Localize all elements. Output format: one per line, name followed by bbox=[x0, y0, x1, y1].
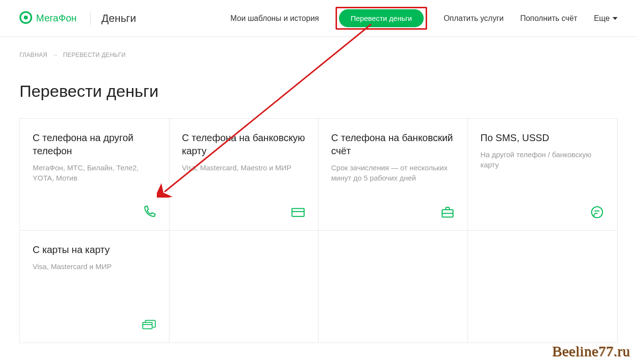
card-title: С карты на карту bbox=[33, 243, 156, 256]
nav-transfer-button[interactable]: Перевести деньги bbox=[339, 9, 424, 27]
card-phone-to-phone[interactable]: С телефона на другой телефон МегаФон, МТ… bbox=[20, 119, 169, 231]
breadcrumb-home[interactable]: ГЛАВНАЯ bbox=[19, 52, 47, 58]
nav-more-label: Еще bbox=[594, 14, 610, 23]
nav-pay[interactable]: Оплатить услуги bbox=[444, 14, 504, 23]
card-subtitle: Срок зачисления — от нескольких минут до… bbox=[331, 163, 455, 183]
card-subtitle: Visa, Mastercard, Maestro и МИР bbox=[182, 163, 306, 173]
svg-rect-9 bbox=[143, 323, 152, 329]
watermark: Beeline77.ru bbox=[552, 343, 630, 360]
card-empty bbox=[318, 231, 468, 343]
card-title: С телефона на банковскую карту bbox=[182, 131, 306, 158]
svg-point-1 bbox=[24, 15, 28, 19]
card-icon bbox=[291, 205, 305, 219]
card-subtitle: На другой телефон / банковскую карту bbox=[481, 149, 605, 170]
cards-stack-icon bbox=[142, 317, 156, 332]
breadcrumb-current: ПЕРЕВЕСТИ ДЕНЬГИ bbox=[63, 52, 126, 58]
chat-icon bbox=[590, 205, 604, 219]
card-title: С телефона на другой телефон bbox=[33, 131, 156, 158]
phone-icon bbox=[142, 205, 156, 219]
chevron-down-icon bbox=[613, 17, 618, 20]
card-empty bbox=[169, 231, 319, 343]
header: МегаФон Деньги Мои шаблоны и история Пер… bbox=[0, 0, 637, 37]
nav-topup[interactable]: Пополнить счёт bbox=[520, 14, 577, 23]
page-content: ГЛАВНАЯ → ПЕРЕВЕСТИ ДЕНЬГИ Перевести ден… bbox=[0, 37, 637, 363]
brand-logo[interactable]: МегаФон bbox=[19, 11, 76, 26]
card-phone-to-account[interactable]: С телефона на банковский счёт Срок зачис… bbox=[318, 119, 468, 231]
annotation-highlight-box: Перевести деньги bbox=[336, 7, 427, 30]
card-phone-to-card[interactable]: С телефона на банковскую карту Visa, Mas… bbox=[169, 119, 319, 231]
briefcase-icon bbox=[440, 205, 455, 219]
card-empty bbox=[468, 231, 618, 343]
header-divider bbox=[90, 12, 91, 25]
svg-rect-2 bbox=[292, 209, 304, 217]
nav-templates[interactable]: Мои шаблоны и история bbox=[230, 14, 319, 23]
card-sms-ussd[interactable]: По SMS, USSD На другой телефон / банковс… bbox=[468, 119, 618, 231]
card-title: С телефона на банковский счёт bbox=[331, 131, 455, 158]
card-subtitle: МегаФон, МТС, Билайн, Теле2, YOTA, Мотив bbox=[33, 163, 156, 183]
card-subtitle: Visa, Mastercard и МИР bbox=[33, 261, 156, 272]
card-title: По SMS, USSD bbox=[481, 131, 605, 145]
card-card-to-card[interactable]: С карты на карту Visa, Mastercard и МИР bbox=[20, 231, 169, 343]
main-nav: Мои шаблоны и история Перевести деньги О… bbox=[230, 7, 618, 30]
megafon-logo-icon bbox=[19, 11, 32, 26]
page-title: Перевести деньги bbox=[19, 82, 618, 101]
transfer-options-grid: С телефона на другой телефон МегаФон, МТ… bbox=[19, 118, 618, 343]
breadcrumb: ГЛАВНАЯ → ПЕРЕВЕСТИ ДЕНЬГИ bbox=[19, 52, 618, 58]
header-section[interactable]: Деньги bbox=[101, 12, 136, 25]
nav-more[interactable]: Еще bbox=[594, 14, 618, 23]
brand-name: МегаФон bbox=[36, 13, 76, 24]
arrow-right-icon: → bbox=[52, 52, 58, 58]
